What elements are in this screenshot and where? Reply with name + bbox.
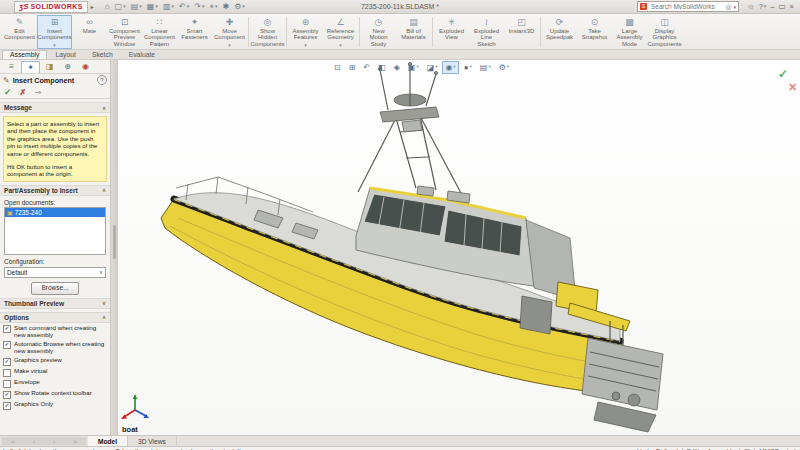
confirmation-cancel-button[interactable]: ✕ [788, 81, 797, 94]
display-graphics-components-button[interactable]: ◫Display Graphics Components [647, 15, 682, 49]
mate-button[interactable]: ∞Mate [72, 15, 107, 49]
dropdown-caret-icon[interactable]: ▾ [304, 43, 307, 48]
zoom-to-fit-icon[interactable]: ⊡ [331, 61, 344, 74]
tab-scroll-buttons[interactable]: «‹›» [2, 437, 86, 445]
ok-button[interactable]: ✓ [4, 87, 12, 97]
dimxpertmanager-tab[interactable]: ⊕ [59, 61, 76, 72]
boat-model[interactable] [118, 60, 800, 435]
checkbox[interactable]: ✓ [3, 325, 11, 333]
view-settings-icon[interactable]: ⚙▾ [496, 61, 512, 74]
redo-icon[interactable]: ↷▾ [192, 3, 206, 11]
solidworks-logo[interactable]: ʒS SOLIDWORKS [14, 1, 88, 13]
dropdown-caret-icon[interactable]: ▾ [507, 65, 509, 70]
dropdown-caret-icon[interactable]: ▾ [155, 4, 158, 9]
view-orientation-icon[interactable]: ▣▾ [405, 61, 422, 74]
featuremanager-tab[interactable]: ≡ [3, 61, 20, 72]
restore-icon[interactable]: ▭ [779, 3, 786, 11]
propertymanager-tab[interactable]: ✦ [21, 61, 40, 73]
checkbox[interactable]: ✓ [3, 358, 11, 366]
open-icon[interactable]: ▤▾ [129, 3, 144, 11]
large-assembly-mode-button[interactable]: ▩Large Assembly Mode [612, 15, 647, 49]
dropdown-caret-icon[interactable]: ▾ [158, 43, 161, 48]
splitter-handle[interactable] [113, 225, 116, 259]
doc-tab-model[interactable]: Model [88, 436, 128, 446]
smart-fasteners-button[interactable]: ✦Smart Fasteners [177, 15, 212, 49]
save-icon[interactable]: ▦▾ [145, 3, 160, 11]
dropdown-caret-icon[interactable]: ▾ [488, 65, 490, 70]
new-motion-study-button[interactable]: ◷New Motion Study [361, 15, 396, 49]
checkbox[interactable]: ✓ [3, 402, 11, 410]
options-icon[interactable]: ⚙▾ [232, 3, 247, 11]
search-caret-icon[interactable]: ▾ [733, 4, 736, 10]
part-assembly-section-header[interactable]: Part/Assembly to Insert ∧ [0, 185, 110, 196]
signin-icon[interactable]: ☺ [747, 3, 755, 11]
search-input[interactable] [649, 2, 723, 11]
exploded-line-sketch-button[interactable]: ≀Exploded Line Sketch [469, 15, 504, 49]
dropdown-caret-icon[interactable]: ▾ [228, 43, 231, 48]
edit-component-button[interactable]: ✎Edit Component [2, 15, 37, 49]
show-hidden-components-button[interactable]: ◎Show Hidden Components [250, 15, 285, 49]
edit-appearance-icon[interactable]: ●▾ [461, 61, 475, 74]
instant3d-button[interactable]: ◰Instant3D [504, 15, 539, 49]
print-icon[interactable]: ▥▾ [161, 3, 176, 11]
dropdown-caret-icon[interactable]: ▾ [435, 65, 437, 70]
dropdown-caret-icon[interactable]: ▾ [187, 4, 190, 9]
previous-view-icon[interactable]: ↶ [360, 61, 373, 74]
dropdown-caret-icon[interactable]: ▾ [202, 4, 205, 9]
dropdown-caret-icon[interactable]: ▾ [171, 4, 174, 9]
checkbox[interactable] [3, 380, 11, 388]
menu-expand-arrow-icon[interactable]: ▸ [91, 3, 94, 10]
open-documents-list[interactable]: ▣7235-240 [4, 207, 106, 255]
thumbnail-preview-section-header[interactable]: Thumbnail Preview ∨ [0, 298, 110, 309]
display-style-icon[interactable]: ◪▾ [424, 61, 441, 74]
update-speedpak-button[interactable]: ⟳Update Speedpak [542, 15, 577, 49]
reference-geometry-button[interactable]: ∠Reference Geometry▾ [323, 15, 358, 49]
tab-evaluate[interactable]: Evaluate [121, 50, 163, 59]
select-icon[interactable]: ⌖▾ [207, 3, 219, 11]
tab-assembly[interactable]: Assembly [2, 50, 47, 59]
hide-show-items-icon[interactable]: ◉▾ [442, 61, 458, 74]
dropdown-caret-icon[interactable]: ▾ [339, 43, 342, 48]
dynamic-annotation-views-icon[interactable]: ◈ [391, 61, 403, 74]
undo-icon[interactable]: ↶▾ [177, 3, 191, 11]
panel-splitter[interactable] [111, 60, 118, 435]
help-icon[interactable]: ?▾ [759, 3, 767, 11]
dropdown-caret-icon[interactable]: ▾ [215, 4, 218, 9]
home-icon[interactable]: ⌂ [103, 3, 112, 11]
apply-scene-icon[interactable]: ▤▾ [477, 61, 494, 74]
help-icon[interactable]: ? [97, 75, 107, 85]
graphics-viewport[interactable]: ⊡⊞↶◧◈▣▾◪▾◉▾●▾▤▾⚙▾ ✓ ✕ boat [118, 60, 800, 435]
checkbox[interactable]: ✓ [3, 391, 11, 399]
search-magnifier-icon[interactable]: ◎ [725, 3, 731, 11]
pushpin-icon[interactable]: ⊸ [34, 88, 41, 97]
bill-of-materials-button[interactable]: ▤Bill of Materials [396, 15, 431, 49]
close-icon[interactable]: × [790, 3, 794, 11]
browse-button[interactable]: Browse... [31, 282, 79, 295]
take-snapshot-button[interactable]: ⊙Take Snapshot [577, 15, 612, 49]
assembly-features-button[interactable]: ⊛Assembly Features▾ [288, 15, 323, 49]
message-section-header[interactable]: Message ∧ [0, 102, 110, 113]
exploded-view-button[interactable]: ✳Exploded View [434, 15, 469, 49]
open-document-item[interactable]: ▣7235-240 [5, 208, 105, 217]
dropdown-caret-icon[interactable]: ▾ [139, 4, 142, 9]
tab-sketch[interactable]: Sketch [84, 50, 121, 59]
checkbox[interactable] [3, 369, 11, 377]
dropdown-caret-icon[interactable]: ▾ [53, 43, 56, 48]
section-view-icon[interactable]: ◧ [375, 61, 389, 74]
new-document-icon[interactable]: ▢▾ [113, 3, 128, 11]
dropdown-caret-icon[interactable]: ▾ [416, 65, 418, 70]
zoom-to-area-icon[interactable]: ⊞ [346, 61, 359, 74]
component-preview-window-button[interactable]: ⊡Component Preview Window [107, 15, 142, 49]
minimize-icon[interactable]: – [770, 3, 774, 11]
insert-components-button[interactable]: ⊞Insert Components▾ [37, 15, 72, 49]
cancel-button[interactable]: ✗ [20, 88, 27, 97]
dropdown-caret-icon[interactable]: ▾ [764, 4, 767, 9]
configurationmanager-tab[interactable]: ◨ [41, 61, 58, 72]
doc-tab-3d-views[interactable]: 3D Views [128, 436, 177, 446]
rebuild-icon[interactable]: ✱ [220, 3, 231, 11]
dropdown-caret-icon[interactable]: ▾ [453, 65, 455, 70]
checkbox[interactable]: ✓ [3, 341, 11, 349]
confirmation-ok-button[interactable]: ✓ [778, 67, 788, 81]
search-box[interactable]: S ◎ ▾ [637, 1, 739, 12]
dropdown-caret-icon[interactable]: ▾ [242, 4, 245, 9]
